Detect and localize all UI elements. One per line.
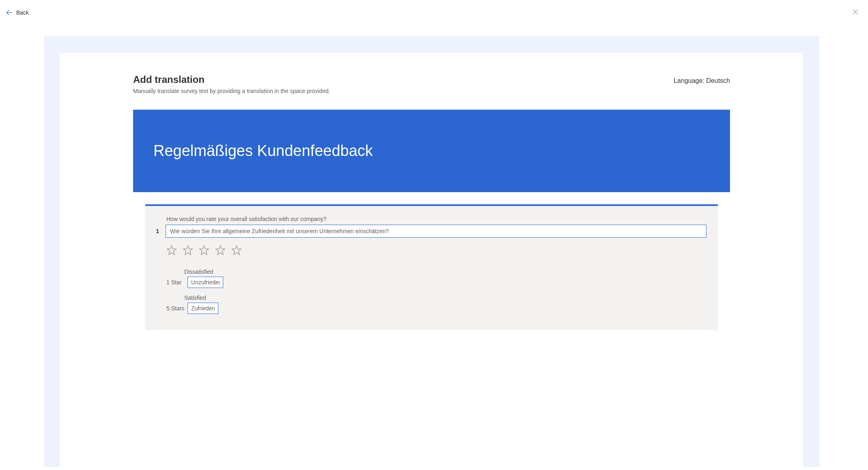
top-bar: Back (0, 0, 868, 24)
rating-key-high: 5 Stars (166, 305, 184, 312)
rating-row-low: 1 Star (166, 277, 706, 288)
star-icon[interactable] (215, 245, 226, 257)
star-icon[interactable] (231, 245, 242, 257)
page-subtitle: Manually translate survey text by provid… (133, 88, 730, 94)
header-row: Add translation Language: Deutsch (133, 74, 730, 85)
close-button[interactable] (851, 7, 860, 18)
svg-marker-5 (200, 246, 209, 255)
rating-source-low: Dissatisfied (184, 269, 706, 275)
back-button[interactable]: Back (6, 9, 29, 16)
close-icon (853, 9, 858, 16)
star-icon[interactable] (199, 245, 209, 257)
survey-title: Regelmäßiges Kundenfeedback (153, 142, 710, 160)
star-rating-row (166, 245, 706, 257)
translation-card: Add translation Language: Deutsch Manual… (60, 53, 803, 467)
rating-key-low: 1 Star (166, 279, 184, 286)
rating-row-high: 5 Stars (166, 303, 706, 314)
rating-label-block-low: Dissatisfied 1 Star (166, 269, 706, 288)
survey-title-banner: Regelmäßiges Kundenfeedback (133, 110, 730, 192)
language-prefix: Language: (674, 77, 706, 84)
svg-marker-7 (232, 246, 241, 255)
question-row: 1 (151, 225, 706, 238)
question-card: How would you rate your overall satisfac… (145, 204, 718, 330)
rating-label-block-high: Satisfied 5 Stars (166, 295, 706, 314)
outer-container: Add translation Language: Deutsch Manual… (44, 36, 819, 467)
rating-translation-input-low[interactable] (187, 277, 223, 288)
question-translation-input[interactable] (166, 225, 706, 238)
question-source-text: How would you rate your overall satisfac… (166, 216, 706, 222)
star-icon[interactable] (166, 245, 177, 257)
star-icon[interactable] (183, 245, 193, 257)
language-value: Deutsch (706, 77, 730, 84)
rating-source-high: Satisfied (184, 295, 706, 301)
svg-marker-4 (183, 246, 192, 255)
svg-marker-3 (167, 246, 176, 255)
back-arrow-icon (6, 9, 13, 16)
svg-marker-6 (216, 246, 225, 255)
language-label: Language: Deutsch (674, 77, 730, 84)
rating-translation-input-high[interactable] (187, 303, 218, 314)
question-number: 1 (151, 228, 159, 234)
back-label: Back (16, 9, 29, 16)
page-title: Add translation (133, 74, 205, 85)
